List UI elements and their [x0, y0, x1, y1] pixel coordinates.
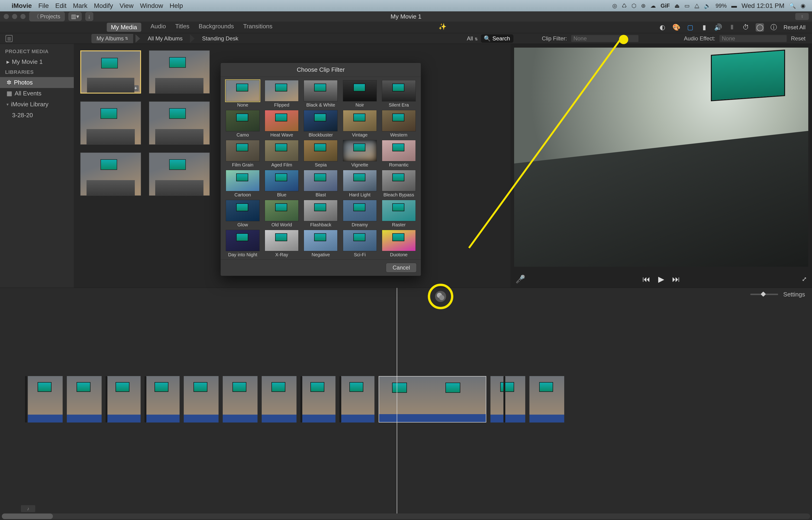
fullscreen-icon[interactable]: ⤢	[802, 276, 807, 283]
layout-toggle-button[interactable]: ▥▾	[68, 12, 82, 21]
filter-sci-fi[interactable]: Sci-Fi	[342, 230, 377, 257]
info-icon[interactable]: ⓘ	[769, 23, 778, 32]
status-icon-1[interactable]: ◎	[612, 3, 617, 9]
clip-edge[interactable]	[106, 376, 107, 422]
clock[interactable]: Wed 12:01 PM	[741, 2, 784, 9]
filter-vignette[interactable]: Vignette	[342, 140, 377, 167]
zoom-slider[interactable]	[750, 294, 778, 295]
timeline-scrollbar[interactable]	[2, 514, 810, 519]
reset-button[interactable]: Reset	[791, 35, 806, 42]
color-balance-icon[interactable]: ◐	[658, 23, 667, 32]
filter-duotone[interactable]: Duotone	[382, 230, 416, 257]
audio-effect-field[interactable]: None	[720, 35, 787, 42]
filter-negative[interactable]: Negative	[303, 230, 338, 257]
filter-blue[interactable]: Blue	[264, 170, 299, 198]
menu-file[interactable]: File	[38, 2, 49, 9]
menu-mark[interactable]: Mark	[73, 2, 87, 9]
menu-view[interactable]: View	[119, 2, 133, 9]
add-icon[interactable]: +	[133, 85, 139, 91]
filter-flipped[interactable]: Flipped	[264, 80, 299, 108]
timeline-clip[interactable]	[184, 376, 219, 422]
tab-titles[interactable]: Titles	[175, 23, 189, 32]
filter-raster[interactable]: Raster	[382, 200, 416, 228]
filter-heat-wave[interactable]: Heat Wave	[264, 110, 299, 138]
music-track-icon[interactable]: ♪	[21, 505, 35, 512]
media-thumb[interactable]	[80, 153, 141, 196]
media-thumb[interactable]	[80, 101, 141, 145]
filter-cartoon[interactable]: Cartoon	[225, 170, 260, 198]
timeline-clip[interactable]	[67, 376, 102, 422]
display-icon[interactable]: ▭	[684, 3, 690, 9]
dropbox-icon[interactable]: ⬡	[632, 3, 636, 9]
timeline-clip[interactable]	[340, 376, 374, 422]
share-button[interactable]: ⇪	[795, 13, 809, 20]
tab-audio[interactable]: Audio	[150, 23, 166, 32]
filter-black-white[interactable]: Black & White	[303, 80, 338, 108]
cloud-icon[interactable]: ☁	[650, 3, 656, 9]
menu-modify[interactable]: Modify	[94, 2, 113, 9]
stabilize-icon[interactable]: ▮	[700, 23, 708, 32]
timeline-clip[interactable]	[262, 376, 297, 422]
filter-silent-era[interactable]: Silent Era	[382, 80, 416, 108]
media-thumb[interactable]	[149, 101, 210, 145]
prev-button[interactable]: ⏮	[642, 275, 650, 284]
clip-edge-left[interactable]	[25, 376, 27, 422]
timeline-clip[interactable]	[491, 376, 525, 422]
timeline-clip-selected[interactable]	[379, 376, 486, 422]
cancel-button[interactable]: Cancel	[386, 263, 417, 272]
speed-icon[interactable]: ⏱	[742, 23, 750, 32]
clip-filter-icon[interactable]: ◯	[756, 23, 764, 32]
filter-blast[interactable]: Blast	[303, 170, 338, 198]
media-thumb[interactable]: +	[80, 50, 141, 94]
color-correct-icon[interactable]: 🎨	[672, 23, 680, 32]
sidebar-project[interactable]: ▸ My Movie 1	[0, 56, 74, 67]
reset-all-button[interactable]: Reset All	[783, 24, 806, 31]
status-icon-4[interactable]: ⊛	[641, 3, 646, 9]
wifi-icon[interactable]: ⧋	[694, 3, 699, 9]
timeline-clip[interactable]	[28, 376, 63, 422]
filter-romantic[interactable]: Romantic	[382, 140, 416, 167]
noise-reduce-icon[interactable]: ⫴	[728, 23, 736, 32]
media-thumb[interactable]	[149, 50, 210, 94]
volume-adjust-icon[interactable]: 🔊	[714, 23, 722, 32]
timeline-settings[interactable]: Settings	[783, 291, 805, 298]
playhead[interactable]	[397, 288, 397, 517]
timeline-clip[interactable]	[223, 376, 257, 422]
breadcrumb-all-albums[interactable]: All My Albums	[142, 34, 188, 43]
filter-old-world[interactable]: Old World	[264, 200, 299, 228]
battery-percent[interactable]: 99%	[716, 3, 727, 9]
breadcrumb-current[interactable]: Standing Desk	[197, 34, 243, 43]
filter-film-grain[interactable]: Film Grain	[225, 140, 260, 167]
status-icon-2[interactable]: ♺	[622, 3, 627, 9]
tab-my-media[interactable]: My Media	[107, 23, 141, 32]
sidebar-all-events[interactable]: ▦ All Events	[0, 88, 74, 99]
next-button[interactable]: ⏭	[672, 275, 680, 284]
crop-icon[interactable]: ▢	[686, 23, 694, 32]
spotlight-icon[interactable]: 🔍	[789, 3, 796, 9]
filter-flashback[interactable]: Flashback	[303, 200, 338, 228]
tab-transitions[interactable]: Transitions	[243, 23, 272, 32]
eject-icon[interactable]: ⏏	[674, 3, 680, 9]
close-window-button[interactable]	[4, 14, 9, 19]
filter-day-into-night[interactable]: Day into Night	[225, 230, 260, 257]
filter-western[interactable]: Western	[382, 110, 416, 138]
search-input[interactable]: 🔍 Search	[481, 34, 513, 43]
fullscreen-window-button[interactable]	[21, 14, 26, 19]
filter-glow[interactable]: Glow	[225, 200, 260, 228]
filter-aged-film[interactable]: Aged Film	[264, 140, 299, 167]
clip-edge[interactable]	[144, 376, 146, 422]
clip-edge[interactable]	[301, 376, 302, 422]
filter-all-dropdown[interactable]: All ⇅	[467, 35, 477, 42]
import-button[interactable]: ↓	[85, 12, 93, 21]
sidebar-event[interactable]: 3-28-20	[0, 110, 74, 121]
battery-icon[interactable]: ▬	[731, 3, 737, 9]
voiceover-icon[interactable]: 🎤	[515, 275, 525, 284]
filter-bleach-bypass[interactable]: Bleach Bypass	[382, 170, 416, 198]
gif-icon[interactable]: GiF	[661, 3, 670, 9]
media-thumb[interactable]	[149, 153, 210, 196]
clip-edge[interactable]	[339, 376, 341, 422]
sidebar-imovie-library[interactable]: ▾iMovie Library	[0, 99, 74, 110]
filter-vintage[interactable]: Vintage	[342, 110, 377, 138]
filter-blockbuster[interactable]: Blockbuster	[303, 110, 338, 138]
clip-filter-field[interactable]: None	[571, 35, 639, 42]
